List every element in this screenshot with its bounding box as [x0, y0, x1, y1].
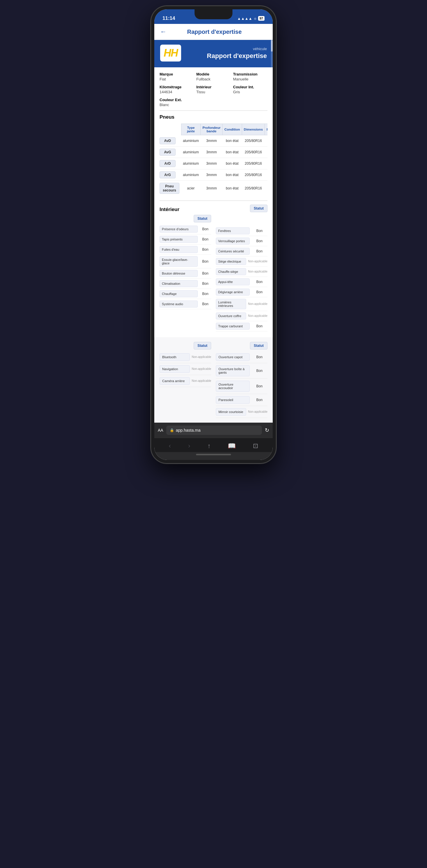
interior-left-items: Présence d'odeurs Bon Tapis présents Bon…	[160, 224, 211, 309]
interieur-label: Intérieur	[196, 85, 231, 89]
logo-container: HH	[160, 44, 181, 62]
status-bar: 11:14 ▲▲▲▲ ⌾ 97	[154, 9, 273, 24]
th-empty	[160, 124, 181, 135]
blue-banner: HH véhicule Rapport d'expertise	[154, 40, 273, 67]
th-fabricant: Fabricant	[265, 124, 267, 135]
section2-item-value: Non-applicable	[192, 379, 211, 382]
section2-left-items: Bluetooth Non-applicable Navigation Non-…	[160, 351, 211, 387]
interior-item-label: Trappe carburant	[216, 323, 250, 330]
interior-item-value: Bon	[199, 292, 211, 296]
interior-item-label: Essuie-glace/lave-glace	[160, 256, 198, 267]
tire-type-jante: aluminium	[181, 169, 201, 180]
interior-item-label: Ouverture coffre	[216, 312, 246, 319]
interior-item-label: Fuites d'eau	[160, 246, 198, 253]
interior-right-col: Fenêtres Bon Verrouillage portes Bon Cei…	[216, 215, 267, 332]
tire-type-jante: aluminium	[181, 146, 201, 158]
list-item: Ouverture capot Bon	[216, 351, 267, 363]
tires-table-container: Type jante Profondeur bande Condition Di…	[160, 124, 267, 196]
section2-item-label: Bluetooth	[160, 353, 190, 361]
list-item: Siège électrique Non-applicable	[216, 256, 267, 267]
reload-button[interactable]: ↻	[265, 427, 269, 433]
couleur-ext-item: Couleur Ext. Blanc	[160, 98, 194, 107]
transmission-value: Manuelle	[233, 77, 267, 81]
phone-frame: 11:14 ▲▲▲▲ ⌾ 97 ← Rapport d'expertise HH…	[151, 6, 276, 463]
marque-value: Fiat	[160, 77, 194, 81]
section2-item-value: Bon	[251, 355, 267, 359]
kilometrage-item: Kilométrage 144634	[160, 85, 194, 94]
table-row: AvG aluminium 3mmm bon état 205/80R16 Pi…	[160, 146, 267, 158]
interieur-value: Tissu	[196, 90, 231, 94]
list-item: Appui-tête Bon	[216, 277, 267, 287]
list-item: Navigation Non-applicable	[160, 363, 211, 375]
list-item: Dégivrage arrière Bon	[216, 287, 267, 297]
signal-icon: ▲▲▲▲	[237, 16, 252, 21]
kilometrage-label: Kilométrage	[160, 85, 194, 89]
tire-profondeur: 3mmm	[201, 135, 223, 147]
list-item: Mirroir courtoisie Non-applicable	[216, 406, 267, 418]
section2-item-label: Mirroir courtoisie	[216, 408, 246, 416]
browser-url-bar[interactable]: 🔒 app.hasta.ma	[166, 426, 262, 435]
vehicle-info-grid: Marque Fiat Modèle Fullback Transmission…	[160, 72, 267, 107]
interior-item-value: Bon	[251, 324, 267, 328]
lock-icon: 🔒	[170, 428, 174, 432]
tire-condition: bon état	[223, 158, 242, 169]
scroll-indicator[interactable]	[271, 40, 273, 67]
list-item: Ouverture accoudoir Bon	[216, 379, 267, 394]
interior-left-col: Statut Présence d'odeurs Bon Tapis prése…	[160, 215, 211, 332]
tire-dimensions: 205/80R16	[242, 169, 264, 180]
list-item: Bluetooth Non-applicable	[160, 351, 211, 363]
interior-item-value: Bon	[199, 227, 211, 231]
tire-label-cell: ArD	[160, 158, 181, 169]
interior-item-value: Bon	[199, 247, 211, 252]
tire-type-jante: aluminium	[181, 158, 201, 169]
interior-columns: Statut Présence d'odeurs Bon Tapis prése…	[160, 215, 267, 332]
interior-item-label: Chauffe-siège	[216, 268, 246, 275]
list-item: Caméra arrière Non-applicable	[160, 375, 211, 387]
interior-item-value: Bon	[199, 259, 211, 264]
th-profondeur: Profondeur bande	[201, 124, 223, 135]
interior-item-label: Fenêtres	[216, 227, 250, 234]
interior-item-label: Dégivrage arrière	[216, 288, 250, 296]
tire-dimensions: 205/80R16	[242, 146, 264, 158]
tire-condition: bon état	[223, 180, 242, 196]
browser-aa[interactable]: AA	[158, 428, 163, 433]
logo-icon: HH	[164, 47, 178, 59]
section2-item-value: Bon	[251, 398, 267, 402]
th-type-jante: Type jante	[181, 124, 201, 135]
interior-section-title: Intérieur	[160, 207, 179, 213]
tabs-button[interactable]: ⊡	[253, 442, 258, 450]
list-item: Verrouillage portes Bon	[216, 236, 267, 246]
interior-item-value: Bon	[251, 290, 267, 294]
bookmarks-button[interactable]: 📖	[228, 442, 236, 450]
browser-forward-button[interactable]: ›	[188, 442, 190, 450]
tire-fabricant: Pirelli	[265, 158, 267, 169]
th-condition: Condition	[223, 124, 242, 135]
nav-header: ← Rapport d'expertise	[154, 24, 273, 40]
section2-left-col: Statut Bluetooth Non-applicable Navigati…	[160, 342, 211, 418]
tire-profondeur: 3mmm	[201, 169, 223, 180]
tire-profondeur: 3mmm	[201, 180, 223, 196]
couleur-ext-value: Blanc	[160, 102, 194, 107]
list-item: Chauffage Bon	[160, 289, 211, 299]
interior-item-label: Présence d'odeurs	[160, 226, 198, 232]
back-button[interactable]: ←	[160, 28, 167, 36]
kilometrage-value: 144634	[160, 90, 194, 94]
interior-item-value: Bon	[199, 271, 211, 275]
home-indicator	[154, 452, 273, 460]
interior-item-label: Siège électrique	[216, 258, 246, 265]
share-button[interactable]: ↑	[207, 442, 210, 450]
url-text: app.hasta.ma	[176, 428, 201, 433]
transmission-label: Transmission	[233, 72, 267, 76]
section2-columns: Statut Bluetooth Non-applicable Navigati…	[160, 342, 267, 418]
section2-item-label: Paresoleil	[216, 396, 250, 404]
browser-back-button[interactable]: ‹	[169, 442, 171, 450]
status-icons: ▲▲▲▲ ⌾ 97	[237, 16, 264, 21]
tire-profondeur: 3mmm	[201, 158, 223, 169]
interior-item-label: Bouton détresse	[160, 270, 198, 277]
list-item: Climatisation Bon	[160, 279, 211, 289]
interior-item-value: Non-applicable	[248, 260, 267, 263]
interior-item-value: Bon	[251, 239, 267, 243]
marque-item: Marque Fiat	[160, 72, 194, 81]
table-row: ArD aluminium 3mmm bon état 205/80R16 Pi…	[160, 158, 267, 169]
page-title: Rapport d'expertise	[171, 29, 258, 35]
